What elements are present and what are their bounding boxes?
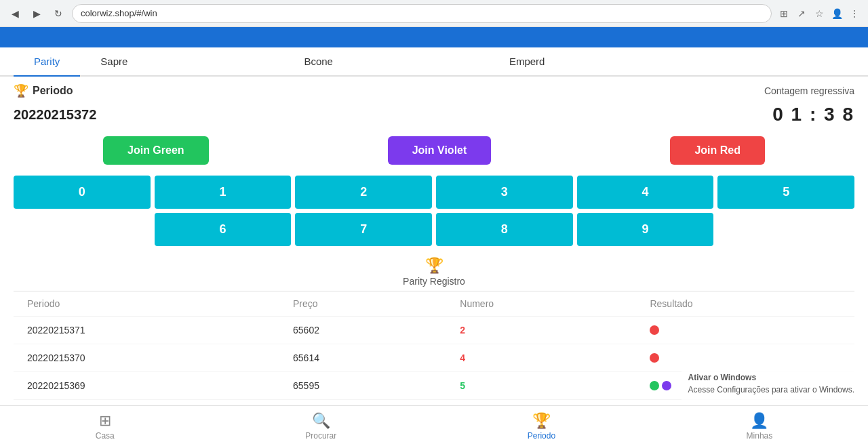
casa-nav-label: Casa	[96, 431, 115, 441]
col-periodo: Periodo	[14, 291, 279, 317]
procurar-icon: 🔍	[312, 412, 330, 430]
countdown-timer: 0 1 : 3 8	[772, 104, 854, 125]
nav-item-minhas[interactable]: 👤Minhas	[747, 412, 773, 441]
col-numero: Numero	[446, 291, 636, 317]
empty-cell-right	[717, 213, 854, 246]
number-grid-row2: 6789	[14, 213, 854, 246]
registro-section: 🏆 Parity Registro	[14, 250, 854, 291]
number-cell-2[interactable]: 2	[295, 176, 432, 209]
empty-cell-left	[14, 213, 151, 246]
number-cell-3[interactable]: 3	[436, 176, 573, 209]
url-bar[interactable]: colorwiz.shop/#/win	[72, 4, 772, 23]
cell-periodo-1: 20220215370	[14, 344, 279, 372]
table-row: 20220215371656022	[14, 317, 854, 344]
join-violet-button[interactable]: Join Violet	[388, 136, 492, 165]
windows-watermark: Ativar o Windows Acesse Configurações pa…	[682, 367, 861, 400]
top-banner	[0, 27, 868, 47]
nav-item-procurar[interactable]: 🔍Procurar	[305, 412, 336, 441]
bookmark-icon[interactable]: ☆	[812, 7, 826, 20]
number-cell-0[interactable]: 0	[14, 176, 151, 209]
registro-trophy-icon: 🏆	[14, 257, 854, 275]
menu-icon[interactable]: ⋮	[848, 7, 861, 20]
url-text: colorwiz.shop/#/win	[81, 8, 157, 18]
id-timer-row: 20220215372 0 1 : 3 8	[14, 104, 854, 125]
cell-periodo-2: 20220215369	[14, 372, 279, 400]
periodo-icon: 🏆	[532, 412, 551, 430]
periodo-nav-label: Periodo	[528, 431, 555, 441]
cell-preco-0: 65602	[279, 317, 446, 344]
tab-emperd[interactable]: Emperd	[489, 47, 566, 75]
tab-sapre[interactable]: Sapre	[80, 47, 148, 75]
watermark-line1: Ativar o Windows	[688, 371, 854, 384]
red-dot	[650, 325, 659, 335]
content-area: 🏆 Periodo Contagem regressiva 2022021537…	[0, 77, 868, 407]
col-preco: Preço	[279, 291, 446, 317]
nav-item-periodo[interactable]: 🏆Periodo	[528, 412, 555, 441]
cell-numero-2: 5	[446, 372, 636, 400]
minhas-nav-label: Minhas	[747, 431, 773, 441]
back-button[interactable]: ◀	[7, 5, 23, 22]
periodo-text: Periodo	[33, 85, 73, 97]
cell-resultado-0	[636, 317, 854, 344]
refresh-button[interactable]: ↻	[50, 5, 66, 22]
tabs-row: Parity Sapre Bcone Emperd	[0, 47, 868, 77]
browser-actions: ⊞ ↗ ☆ 👤 ⋮	[777, 7, 861, 20]
number-cell-1[interactable]: 1	[155, 176, 292, 209]
period-id: 20220215372	[14, 107, 96, 123]
join-red-button[interactable]: Join Red	[670, 136, 765, 165]
profile-icon[interactable]: 👤	[830, 7, 844, 20]
tab-bcone[interactable]: Bcone	[283, 47, 353, 75]
green-dot	[650, 381, 659, 390]
forward-button[interactable]: ▶	[28, 5, 45, 22]
number-cell-5[interactable]: 5	[717, 176, 854, 209]
number-cell-4[interactable]: 4	[577, 176, 714, 209]
cell-numero-1: 4	[446, 344, 636, 372]
procurar-nav-label: Procurar	[305, 431, 336, 441]
watermark-line2: Acesse Configurações para ativar o Windo…	[688, 384, 854, 396]
browser-bar: ◀ ▶ ↻ colorwiz.shop/#/win ⊞ ↗ ☆ 👤 ⋮	[0, 0, 868, 27]
tab-parity[interactable]: Parity	[14, 47, 80, 75]
purple-dot	[662, 381, 671, 390]
bottom-nav: ⊞Casa🔍Procurar🏆Periodo👤Minhas	[0, 405, 868, 446]
translate-icon[interactable]: ⊞	[777, 7, 791, 20]
number-cell-6[interactable]: 6	[155, 213, 292, 246]
number-grid-row1: 012345	[14, 176, 854, 209]
countdown-label: Contagem regressiva	[764, 85, 854, 96]
cell-preco-2: 65595	[279, 372, 446, 400]
red-dot	[650, 353, 659, 363]
periodo-label: 🏆 Periodo	[14, 83, 73, 98]
col-resultado: Resultado	[636, 291, 854, 317]
cell-preco-1: 65614	[279, 344, 446, 372]
join-buttons-row: Join Green Join Violet Join Red	[14, 136, 854, 165]
periodo-row: 🏆 Periodo Contagem regressiva	[14, 83, 854, 98]
number-cell-9[interactable]: 9	[577, 213, 714, 246]
registro-label: Parity Registro	[14, 276, 854, 287]
share-icon[interactable]: ↗	[795, 7, 808, 20]
casa-icon: ⊞	[99, 412, 111, 430]
trophy-icon: 🏆	[14, 83, 28, 98]
join-green-button[interactable]: Join Green	[103, 136, 209, 165]
cell-numero-0: 2	[446, 317, 636, 344]
nav-item-casa[interactable]: ⊞Casa	[96, 412, 115, 441]
cell-periodo-0: 20220215371	[14, 317, 279, 344]
number-cell-7[interactable]: 7	[295, 213, 432, 246]
minhas-icon: 👤	[750, 412, 768, 430]
number-cell-8[interactable]: 8	[436, 213, 573, 246]
